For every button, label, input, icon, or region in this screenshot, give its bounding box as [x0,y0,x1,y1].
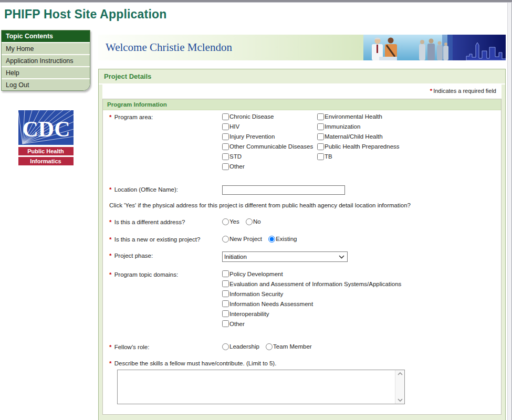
checkbox-information-needs-assessment-input[interactable] [222,300,229,307]
field-project-phase: * Project phase: Initiation [109,251,495,262]
program-area-label: * Program area: [109,113,222,121]
required-asterisk: * [109,236,112,243]
radio-different-address-no-input[interactable] [246,218,253,225]
scroll-up-icon[interactable] [398,372,403,375]
checkbox-std-input[interactable] [222,153,229,160]
radio-team-member-input[interactable] [266,343,273,350]
checkbox-immunization[interactable]: Immunization [317,123,495,131]
checkbox-maternal-child-health-input[interactable] [317,133,324,140]
sidebar-item-application-instructions[interactable]: Application Instructions [2,54,90,66]
checkbox-label: Other [229,163,245,171]
radio-existing-input[interactable] [268,236,275,243]
checkbox-hiv[interactable]: HIV [222,123,317,131]
checkbox-interoperability[interactable]: Interoperability [222,310,495,320]
required-asterisk: * [109,344,112,350]
radio-different-address-yes[interactable]: Yes [222,218,239,226]
checkbox-environmental-health[interactable]: Environmental Health [317,113,495,121]
topic-domains-options: Policy Development Evaluation and Assess… [222,270,495,330]
checkbox-std[interactable]: STD [222,153,317,161]
field-label: Describe the skills a fellow must have/c… [114,360,277,366]
field-different-address: * Is this a different address? Yes No [109,218,495,226]
checkbox-injury-prevention-input[interactable] [222,133,229,140]
checkbox-policy-development[interactable]: Policy Development [222,270,495,280]
radio-different-address-no[interactable]: No [246,218,261,226]
checkbox-chronic-disease-input[interactable] [222,113,229,120]
project-phase-select[interactable]: Initiation [222,251,348,262]
skills-textarea[interactable] [118,370,394,404]
required-asterisk: * [109,360,112,366]
checkbox-public-health-preparedness-input[interactable] [317,143,324,150]
radio-leadership-input[interactable] [222,343,229,350]
section-title: Project Details [99,69,505,85]
radio-leadership[interactable]: Leadership [222,343,259,351]
checkbox-tb[interactable]: TB [317,153,495,161]
checkbox-label: Interoperability [229,310,269,318]
radio-label: Team Member [273,343,312,351]
checkbox-information-needs-assessment[interactable]: Information Needs Assessment [222,300,495,310]
location-input[interactable] [222,185,345,195]
required-field-note: *Indicates a required field [102,85,501,99]
page-title: PHIFP Host Site Application [4,7,167,22]
required-asterisk: * [109,219,112,225]
checkbox-information-security-input[interactable] [222,290,229,297]
checkbox-immunization-input[interactable] [317,123,324,130]
field-fellows-role: * Fellow's role: Leadership Team Member [109,343,495,351]
checkbox-label: STD [229,153,242,161]
checkbox-injury-prevention[interactable]: Injury Prevention [222,133,317,141]
required-asterisk: * [109,253,112,259]
group-title: Program Information [103,99,501,110]
checkbox-domain-other[interactable]: Other [222,320,495,330]
field-program-area: * Program area: Chronic Disease Environm… [109,113,495,173]
welcome-banner: Welcome Christie Mclendon [98,35,506,60]
sidebar-item-log-out[interactable]: Log Out [2,78,90,90]
checkbox-label: HIV [229,123,239,131]
field-label: Location (Office Name): [114,186,178,193]
checkbox-label: Evaluation and Assessment of Information… [229,280,401,288]
radio-different-address-yes-input[interactable] [222,218,229,225]
different-address-label: * Is this a different address? [109,218,222,226]
checkbox-label: Chronic Disease [229,113,274,121]
field-label: Project phase: [114,253,153,259]
sidebar-item-my-home[interactable]: My Home [2,42,90,54]
checkbox-other-communicable-diseases[interactable]: Other Communicable Diseases [222,143,317,151]
field-label: Is this a new or existing project? [114,236,201,243]
location-label: * Location (Office Name): [109,185,222,194]
checkbox-chronic-disease[interactable]: Chronic Disease [222,113,317,121]
checkbox-maternal-child-health[interactable]: Maternal/Child Health [317,133,495,141]
sidebar-header: Topic Contents [2,30,90,42]
textarea-scrollbar[interactable] [395,370,404,404]
checkbox-label: Other Communicable Diseases [229,143,313,151]
checkbox-program-other[interactable]: Other [222,163,317,171]
checkbox-program-other-input[interactable] [222,163,229,170]
radio-new-project[interactable]: New Project [222,235,262,243]
checkbox-interoperability-input[interactable] [222,310,229,317]
skills-textarea-wrap [117,370,405,404]
field-new-or-existing: * Is this a new or existing project? New… [109,235,495,244]
field-label: Is this a different address? [114,219,185,225]
checkbox-domain-other-input[interactable] [222,320,229,327]
checkbox-label: Information Needs Assessment [229,300,313,308]
sidebar-item-help[interactable]: Help [2,66,90,78]
checkbox-tb-input[interactable] [317,153,324,160]
checkbox-hiv-input[interactable] [222,123,229,130]
form-body: * Program area: Chronic Disease Environm… [103,110,501,414]
skills-label: * Describe the skills a fellow must have… [109,360,495,367]
radio-label: New Project [229,235,262,243]
program-area-options: Chronic Disease Environmental Health HIV… [222,113,495,173]
checkbox-public-health-preparedness[interactable]: Public Health Preparedness [317,143,495,151]
checkbox-policy-development-input[interactable] [222,270,229,277]
scroll-down-icon[interactable] [398,398,403,402]
checkbox-other-communicable-diseases-input[interactable] [222,143,229,150]
checkbox-information-security[interactable]: Information Security [222,290,495,300]
checkbox-evaluation-assessment-input[interactable] [222,280,229,287]
checkbox-label: Injury Prevention [229,133,275,141]
checkbox-label: Public Health Preparedness [325,143,400,151]
checkbox-evaluation-assessment[interactable]: Evaluation and Assessment of Information… [222,280,495,290]
new-or-existing-label: * Is this a new or existing project? [109,235,222,244]
checkbox-environmental-health-input[interactable] [317,113,324,120]
cdc-logo-line1: Public Health [27,148,64,154]
radio-existing[interactable]: Existing [268,235,297,243]
radio-new-project-input[interactable] [222,236,229,243]
radio-team-member[interactable]: Team Member [266,343,312,351]
browser-scrollbar[interactable] [507,3,512,420]
